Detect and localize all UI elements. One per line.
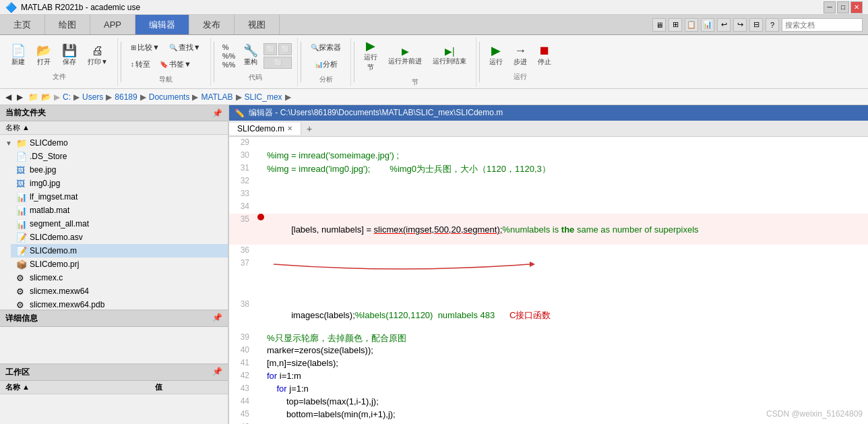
help-button[interactable]: ? bbox=[766, 18, 779, 32]
tab-publish[interactable]: 发布 bbox=[189, 15, 235, 34]
code-line-35: 35 [labels, numlabels] = slicmex(imgset,… bbox=[229, 214, 868, 245]
toolbar-section-run: ▶ 运行 → 步进 ⏹ 停止 运行 bbox=[483, 38, 561, 86]
pct-icon-1: % bbox=[222, 43, 236, 51]
breadcrumb-86189[interactable]: 86189 bbox=[115, 92, 137, 102]
step-button[interactable]: → 步进 bbox=[509, 42, 531, 69]
file-slicdemo-prj[interactable]: 📦 SLICdemo.prj bbox=[11, 258, 228, 271]
toolbar-icon-2[interactable]: ⊞ bbox=[669, 18, 682, 32]
folder-slicdemo[interactable]: ▼ 📁 SLICdemo bbox=[0, 136, 228, 150]
undo-button[interactable]: ↩ bbox=[717, 18, 731, 32]
line-num-42: 42 bbox=[229, 370, 255, 380]
goto-button[interactable]: ↕ 转至 bbox=[127, 57, 154, 72]
explorer-label: 探索器 bbox=[319, 42, 341, 53]
indent-btn-2[interactable]: ⬜ bbox=[278, 43, 292, 55]
breadcrumb-c[interactable]: C: bbox=[63, 92, 71, 102]
toolbar-section-analyze: 🔍 探索器 📊 分析 分析 bbox=[304, 38, 351, 86]
breadcrumb: ◀ ▶ 📁 📂 ▶ C: ▶ Users ▶ 86189 ▶ Documents… bbox=[0, 89, 868, 105]
analyze-button[interactable]: 📊 分析 bbox=[311, 57, 342, 72]
details-header: 详细信息 📌 bbox=[0, 311, 228, 327]
slicmex-pdb-name: slicmex.mexw64.pdb bbox=[30, 300, 104, 309]
line-num-39: 39 bbox=[229, 332, 255, 342]
breadcrumb-arrow: ▶ bbox=[54, 92, 60, 102]
code-35-comment: %numlabels is the same as number of supe… bbox=[502, 224, 698, 235]
line-num-32: 32 bbox=[229, 175, 255, 185]
file-img0-jpg[interactable]: 🖼 img0.jpg bbox=[11, 177, 228, 190]
slicdemo-prj-icon: 📦 bbox=[16, 260, 27, 270]
file-ds-store[interactable]: 📄 .DS_Store bbox=[11, 150, 228, 163]
line-num-34: 34 bbox=[229, 201, 255, 211]
workspace-pin[interactable]: 📌 bbox=[212, 367, 222, 378]
run-toend-button[interactable]: ▶| 运行到结束 bbox=[429, 43, 470, 69]
workspace-col-value: 值 bbox=[150, 381, 228, 394]
file-matlab-mat[interactable]: 📊 matlab.mat bbox=[11, 204, 228, 217]
slicdemo-asv-icon: 📝 bbox=[16, 233, 27, 243]
file-slicdemo-m[interactable]: 📝 SLICdemo.m bbox=[11, 244, 228, 258]
bookmark-button[interactable]: 🔖 书签▼ bbox=[156, 57, 195, 72]
file-slicmex-mex[interactable]: ⚙ slicmex.mexw64 bbox=[11, 284, 228, 298]
layout-button[interactable]: ⊟ bbox=[749, 18, 763, 32]
details-pin[interactable]: 📌 bbox=[212, 313, 222, 324]
tab-home[interactable]: 主页 bbox=[0, 15, 45, 34]
toolbar-icon-1[interactable]: 🖥 bbox=[652, 18, 666, 32]
print-button[interactable]: 🖨 打印▼ bbox=[84, 42, 112, 69]
nav-back[interactable]: ◀ bbox=[5, 92, 11, 102]
find-button[interactable]: 🔍 查找▼ bbox=[165, 40, 205, 55]
run-advance-button[interactable]: ▶ 运行并前进 bbox=[384, 43, 426, 69]
breakpoint-35[interactable] bbox=[255, 214, 267, 220]
matlab-icon: 🔷 bbox=[5, 2, 17, 13]
save-button[interactable]: 💾 保存 bbox=[58, 42, 81, 69]
indent-btn-3[interactable]: ⬜ bbox=[264, 57, 292, 69]
refactor-button[interactable]: 🔧 重构 bbox=[239, 42, 262, 69]
tab-app[interactable]: APP bbox=[90, 15, 135, 34]
analyze-section-label: 分析 bbox=[319, 75, 333, 84]
tab-editor[interactable]: 编辑器 bbox=[135, 15, 189, 34]
toolbar: 📄 新建 📂 打开 💾 保存 🖨 打印▼ 文件 bbox=[0, 35, 868, 89]
matlab-mat-icon: 📊 bbox=[16, 206, 27, 216]
run-button[interactable]: ▶ 运行 bbox=[485, 42, 507, 69]
maximize-button[interactable]: □ bbox=[837, 1, 849, 13]
bookmark-label: 书签▼ bbox=[169, 59, 191, 69]
new-button[interactable]: 📄 新建 bbox=[7, 42, 30, 69]
file-slicmex-pdb[interactable]: ⚙ slicmex.mexw64.pdb bbox=[11, 298, 228, 309]
breadcrumb-users[interactable]: Users bbox=[82, 92, 103, 102]
compare-button[interactable]: ⊞ 比较▼ bbox=[127, 40, 164, 55]
add-tab-button[interactable]: + bbox=[301, 122, 317, 135]
sep-2: ▶ bbox=[106, 92, 112, 102]
refactor-icon: 🔧 bbox=[243, 44, 258, 57]
toolbar-icon-4[interactable]: 📊 bbox=[701, 18, 714, 32]
search-input[interactable] bbox=[782, 18, 863, 32]
code-area[interactable]: 29 30 %img = imread('someimage.jpg') ; 3… bbox=[229, 137, 868, 424]
run-section-button[interactable]: ▶ 运行 节 bbox=[360, 37, 381, 75]
editor-tab-slicdemo[interactable]: SLICdemo.m ✕ bbox=[229, 123, 301, 135]
new-label: 新建 bbox=[11, 57, 25, 67]
tab-view[interactable]: 视图 bbox=[235, 15, 280, 34]
breadcrumb-matlab[interactable]: MATLAB bbox=[201, 92, 232, 102]
window-controls: ─ □ ✕ bbox=[824, 1, 863, 13]
code-38-main: imagesc(labels); bbox=[291, 310, 355, 320]
close-button[interactable]: ✕ bbox=[850, 1, 863, 13]
tab-plot[interactable]: 绘图 bbox=[45, 15, 90, 34]
file-segment-all[interactable]: 📊 segment_all.mat bbox=[11, 217, 228, 231]
code-line-33: 33 bbox=[229, 188, 868, 201]
file-slicdemo-asv[interactable]: 📝 SLICdemo.asv bbox=[11, 231, 228, 244]
file-slicmex-c[interactable]: ⚙ slicmex.c bbox=[11, 271, 228, 284]
minimize-button[interactable]: ─ bbox=[824, 1, 836, 13]
percent-icons: % %% %% bbox=[220, 42, 239, 70]
indent-btn-1[interactable]: ⬜ bbox=[264, 43, 277, 55]
tab-close-icon[interactable]: ✕ bbox=[287, 125, 292, 132]
save-label: 保存 bbox=[63, 57, 76, 67]
nav-forward[interactable]: ▶ bbox=[17, 92, 23, 102]
file-lf-imgset[interactable]: 📊 lf_imgset.mat bbox=[11, 190, 228, 204]
open-button[interactable]: 📂 打开 bbox=[32, 42, 55, 69]
breadcrumb-documents[interactable]: Documents bbox=[149, 92, 190, 102]
matlab-mat-name: matlab.mat bbox=[30, 206, 69, 215]
redo-button[interactable]: ↪ bbox=[733, 18, 747, 32]
toolbar-icon-3[interactable]: 📋 bbox=[685, 18, 698, 32]
code-32 bbox=[267, 175, 868, 176]
pct-icon-3: %% bbox=[222, 61, 236, 69]
explorer-button[interactable]: 🔍 探索器 bbox=[307, 40, 345, 55]
stop-button[interactable]: ⏹ 停止 bbox=[534, 42, 555, 69]
folder-pin-icon[interactable]: 📌 bbox=[212, 109, 222, 118]
file-bee-jpg[interactable]: 🖼 bee.jpg bbox=[11, 163, 228, 177]
breadcrumb-slic-mex[interactable]: SLIC_mex bbox=[245, 92, 282, 102]
